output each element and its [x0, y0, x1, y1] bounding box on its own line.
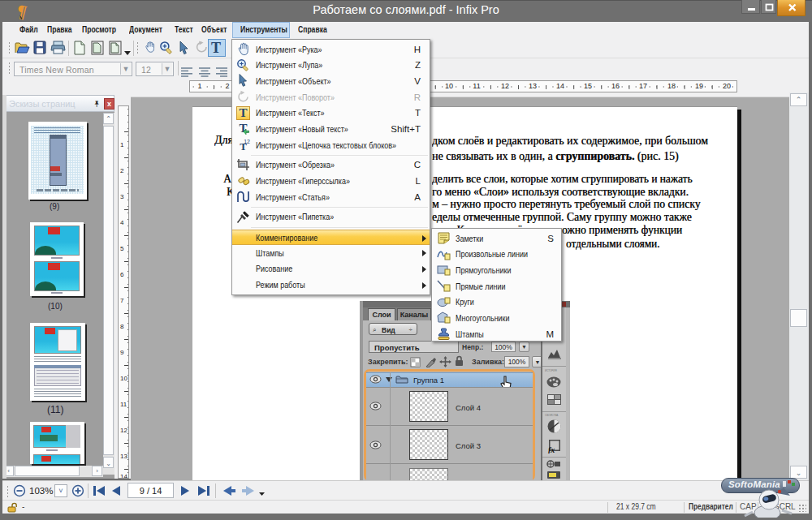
svg-text:fx: fx [548, 445, 555, 453]
